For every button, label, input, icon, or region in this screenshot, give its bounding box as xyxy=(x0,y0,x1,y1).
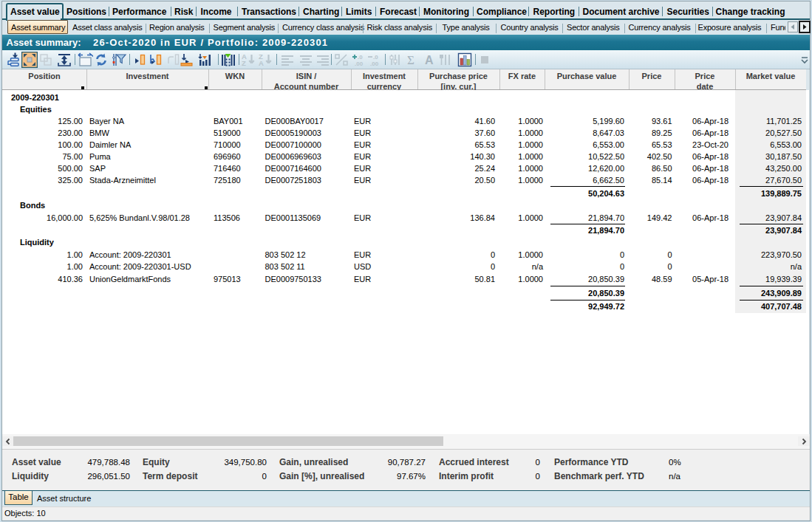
svg-text:A: A xyxy=(259,59,264,67)
svg-text:Σ: Σ xyxy=(407,53,414,67)
svg-text:A: A xyxy=(425,54,434,66)
svg-text:.0: .0 xyxy=(358,54,363,61)
svg-text:Z: Z xyxy=(242,59,246,67)
svg-text:.0: .0 xyxy=(373,54,378,61)
svg-text:.00: .00 xyxy=(370,61,379,67)
svg-text:.00: .00 xyxy=(355,61,364,67)
